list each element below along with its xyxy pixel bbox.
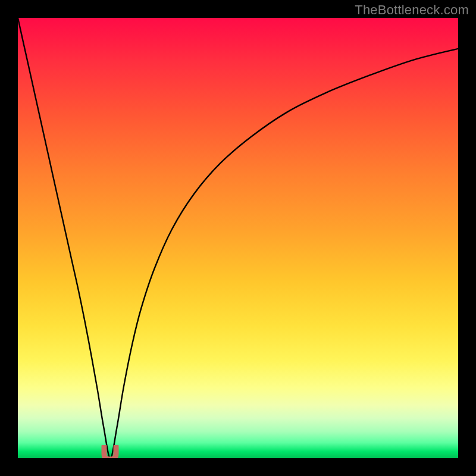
bottleneck-curve — [18, 18, 458, 458]
u-marker-icon — [104, 446, 116, 458]
plot-area — [18, 18, 458, 458]
watermark-text: TheBottleneck.com — [355, 2, 469, 18]
curve-path — [18, 18, 458, 458]
chart-frame: TheBottleneck.com — [0, 0, 476, 476]
optimum-marker — [100, 445, 120, 458]
